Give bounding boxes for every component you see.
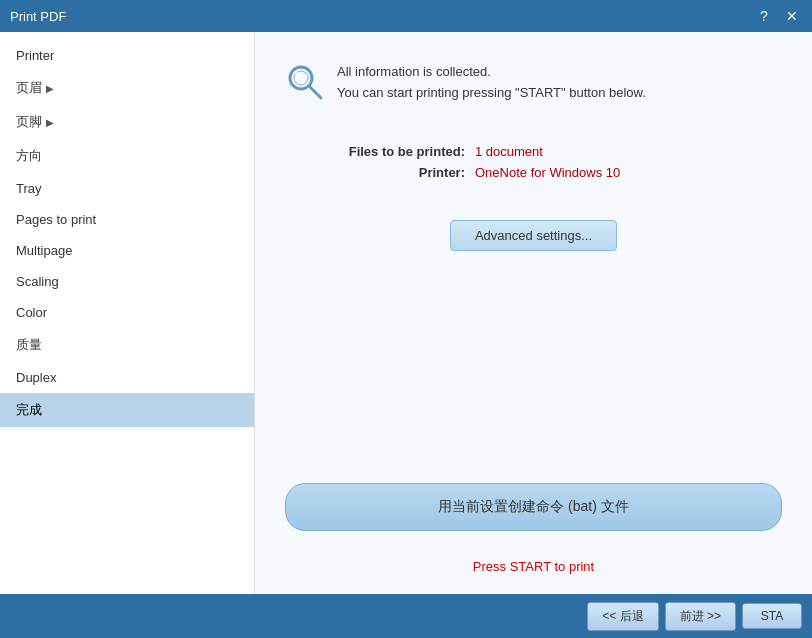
arrow-icon: ▶ xyxy=(46,117,54,128)
svg-line-2 xyxy=(309,86,321,98)
printer-value: OneNote for Windows 10 xyxy=(475,165,620,180)
create-bat-button[interactable]: 用当前设置创建命令 (bat) 文件 xyxy=(285,483,782,531)
sidebar-item-pages-to-print[interactable]: Pages to print xyxy=(0,204,254,235)
sidebar-item-printer[interactable]: Printer xyxy=(0,40,254,71)
sidebar: Printer页眉▶页脚▶方向TrayPages to printMultipa… xyxy=(0,32,255,594)
main-container: Printer页眉▶页脚▶方向TrayPages to printMultipa… xyxy=(0,32,812,594)
window-title: Print PDF xyxy=(10,9,66,24)
magnifier-icon xyxy=(285,62,325,102)
bottom-bar: << 后退 前进 >> STA xyxy=(0,594,812,638)
forward-button[interactable]: 前进 >> xyxy=(665,602,736,631)
sidebar-item-scaling[interactable]: Scaling xyxy=(0,266,254,297)
sidebar-item-orientation[interactable]: 方向 xyxy=(0,139,254,173)
press-start-text: Press START to print xyxy=(285,559,782,574)
sidebar-item-footer[interactable]: 页脚▶ xyxy=(0,105,254,139)
sidebar-item-quality[interactable]: 质量 xyxy=(0,328,254,362)
close-button[interactable]: ✕ xyxy=(782,6,802,26)
printer-label: Printer: xyxy=(305,165,465,180)
content-area: All information is collected. You can st… xyxy=(255,32,812,594)
printer-row: Printer: OneNote for Windows 10 xyxy=(305,165,762,180)
info-line2: You can start printing pressing "START" … xyxy=(337,83,646,104)
files-label: Files to be printed: xyxy=(305,144,465,159)
sidebar-item-tray[interactable]: Tray xyxy=(0,173,254,204)
svg-point-3 xyxy=(295,72,301,78)
start-button[interactable]: STA xyxy=(742,603,802,629)
info-banner: All information is collected. You can st… xyxy=(285,52,782,114)
advanced-settings-button[interactable]: Advanced settings... xyxy=(450,220,617,251)
help-button[interactable]: ? xyxy=(754,6,774,26)
sidebar-item-header[interactable]: 页眉▶ xyxy=(0,71,254,105)
title-bar: Print PDF ? ✕ xyxy=(0,0,812,32)
file-info: Files to be printed: 1 document Printer:… xyxy=(285,134,782,190)
info-line1: All information is collected. xyxy=(337,62,646,83)
files-value: 1 document xyxy=(475,144,543,159)
arrow-icon: ▶ xyxy=(46,83,54,94)
back-button[interactable]: << 后退 xyxy=(587,602,658,631)
sidebar-item-complete[interactable]: 完成 xyxy=(0,393,254,427)
sidebar-item-multipage[interactable]: Multipage xyxy=(0,235,254,266)
files-row: Files to be printed: 1 document xyxy=(305,144,762,159)
sidebar-item-color[interactable]: Color xyxy=(0,297,254,328)
info-text: All information is collected. You can st… xyxy=(337,62,646,104)
window-controls: ? ✕ xyxy=(754,6,802,26)
sidebar-item-duplex[interactable]: Duplex xyxy=(0,362,254,393)
